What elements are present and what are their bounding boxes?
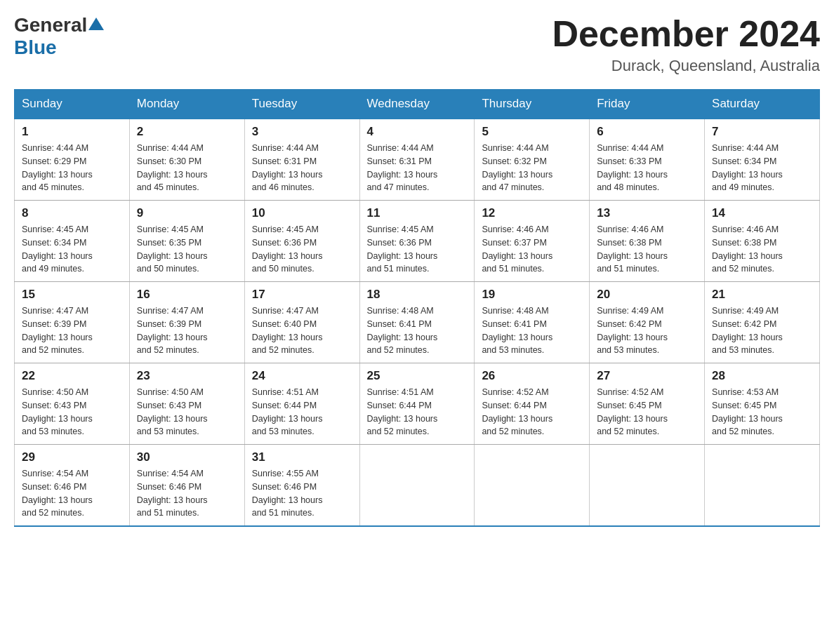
day-cell: [359, 445, 475, 527]
day-cell: [590, 445, 705, 527]
day-cell: 15 Sunrise: 4:47 AMSunset: 6:39 PMDaylig…: [15, 282, 130, 363]
day-cell: 11 Sunrise: 4:45 AMSunset: 6:36 PMDaylig…: [359, 201, 475, 282]
week-row-2: 8 Sunrise: 4:45 AMSunset: 6:34 PMDayligh…: [15, 201, 820, 282]
day-info: Sunrise: 4:44 AMSunset: 6:30 PMDaylight:…: [137, 143, 208, 192]
day-cell: 26 Sunrise: 4:52 AMSunset: 6:44 PMDaylig…: [475, 363, 590, 445]
week-row-4: 22 Sunrise: 4:50 AMSunset: 6:43 PMDaylig…: [15, 363, 820, 445]
day-number: 21: [712, 288, 812, 302]
day-info: Sunrise: 4:45 AMSunset: 6:36 PMDaylight:…: [367, 224, 438, 274]
day-number: 12: [482, 206, 582, 220]
title-area: December 2024 Durack, Queensland, Austra…: [552, 14, 820, 75]
day-cell: 17 Sunrise: 4:47 AMSunset: 6:40 PMDaylig…: [244, 282, 359, 363]
day-number: 22: [22, 369, 122, 383]
day-info: Sunrise: 4:50 AMSunset: 6:43 PMDaylight:…: [137, 387, 208, 436]
day-number: 19: [482, 288, 582, 302]
day-cell: 6 Sunrise: 4:44 AMSunset: 6:33 PMDayligh…: [590, 119, 705, 201]
day-number: 30: [137, 450, 237, 464]
day-number: 4: [367, 125, 468, 139]
day-number: 26: [482, 369, 582, 383]
day-cell: 4 Sunrise: 4:44 AMSunset: 6:31 PMDayligh…: [359, 119, 475, 201]
day-cell: 9 Sunrise: 4:45 AMSunset: 6:35 PMDayligh…: [129, 201, 244, 282]
day-info: Sunrise: 4:44 AMSunset: 6:29 PMDaylight:…: [22, 143, 93, 192]
day-cell: 24 Sunrise: 4:51 AMSunset: 6:44 PMDaylig…: [244, 363, 359, 445]
day-number: 24: [252, 369, 352, 383]
day-cell: 3 Sunrise: 4:44 AMSunset: 6:31 PMDayligh…: [244, 119, 359, 201]
day-info: Sunrise: 4:44 AMSunset: 6:31 PMDaylight:…: [367, 143, 438, 192]
logo-general: General: [14, 14, 87, 36]
day-cell: 20 Sunrise: 4:49 AMSunset: 6:42 PMDaylig…: [590, 282, 705, 363]
svg-marker-0: [88, 18, 104, 30]
day-info: Sunrise: 4:47 AMSunset: 6:39 PMDaylight:…: [137, 306, 208, 355]
day-number: 28: [712, 369, 812, 383]
logo: General Blue: [14, 14, 104, 59]
day-cell: 30 Sunrise: 4:54 AMSunset: 6:46 PMDaylig…: [129, 445, 244, 527]
calendar-table: SundayMondayTuesdayWednesdayThursdayFrid…: [14, 89, 820, 527]
day-number: 13: [597, 206, 697, 220]
week-row-1: 1 Sunrise: 4:44 AMSunset: 6:29 PMDayligh…: [15, 119, 820, 201]
header-friday: Friday: [590, 90, 705, 119]
day-info: Sunrise: 4:44 AMSunset: 6:33 PMDaylight:…: [597, 143, 668, 192]
day-number: 23: [137, 369, 237, 383]
logo-blue: Blue: [14, 36, 57, 58]
day-number: 6: [597, 125, 697, 139]
day-info: Sunrise: 4:51 AMSunset: 6:44 PMDaylight:…: [367, 387, 438, 436]
day-info: Sunrise: 4:45 AMSunset: 6:34 PMDaylight:…: [22, 224, 93, 274]
day-cell: 16 Sunrise: 4:47 AMSunset: 6:39 PMDaylig…: [129, 282, 244, 363]
day-info: Sunrise: 4:54 AMSunset: 6:46 PMDaylight:…: [22, 469, 93, 518]
day-info: Sunrise: 4:47 AMSunset: 6:39 PMDaylight:…: [22, 306, 93, 355]
day-info: Sunrise: 4:46 AMSunset: 6:38 PMDaylight:…: [712, 224, 783, 274]
day-number: 11: [367, 206, 468, 220]
logo-triangle-icon: [88, 16, 104, 34]
day-info: Sunrise: 4:50 AMSunset: 6:43 PMDaylight:…: [22, 387, 93, 436]
header-tuesday: Tuesday: [244, 90, 359, 119]
day-cell: 18 Sunrise: 4:48 AMSunset: 6:41 PMDaylig…: [359, 282, 475, 363]
day-cell: 27 Sunrise: 4:52 AMSunset: 6:45 PMDaylig…: [590, 363, 705, 445]
day-info: Sunrise: 4:46 AMSunset: 6:37 PMDaylight:…: [482, 224, 552, 274]
calendar-header-row: SundayMondayTuesdayWednesdayThursdayFrid…: [15, 90, 820, 119]
day-number: 3: [252, 125, 352, 139]
day-cell: 23 Sunrise: 4:50 AMSunset: 6:43 PMDaylig…: [129, 363, 244, 445]
day-number: 5: [482, 125, 582, 139]
month-title: December 2024: [552, 14, 820, 54]
day-info: Sunrise: 4:45 AMSunset: 6:35 PMDaylight:…: [137, 224, 208, 274]
day-info: Sunrise: 4:49 AMSunset: 6:42 PMDaylight:…: [597, 306, 668, 355]
day-cell: 5 Sunrise: 4:44 AMSunset: 6:32 PMDayligh…: [475, 119, 590, 201]
day-number: 16: [137, 288, 237, 302]
day-number: 9: [137, 206, 237, 220]
day-number: 7: [712, 125, 812, 139]
day-number: 31: [252, 450, 352, 464]
day-number: 8: [22, 206, 122, 220]
day-cell: 25 Sunrise: 4:51 AMSunset: 6:44 PMDaylig…: [359, 363, 475, 445]
day-number: 17: [252, 288, 352, 302]
header-thursday: Thursday: [475, 90, 590, 119]
day-info: Sunrise: 4:52 AMSunset: 6:45 PMDaylight:…: [597, 387, 668, 436]
day-number: 25: [367, 369, 468, 383]
header-wednesday: Wednesday: [359, 90, 475, 119]
day-cell: 21 Sunrise: 4:49 AMSunset: 6:42 PMDaylig…: [705, 282, 820, 363]
day-info: Sunrise: 4:45 AMSunset: 6:36 PMDaylight:…: [252, 224, 323, 274]
day-cell: 13 Sunrise: 4:46 AMSunset: 6:38 PMDaylig…: [590, 201, 705, 282]
day-cell: 22 Sunrise: 4:50 AMSunset: 6:43 PMDaylig…: [15, 363, 130, 445]
header-monday: Monday: [129, 90, 244, 119]
day-cell: 7 Sunrise: 4:44 AMSunset: 6:34 PMDayligh…: [705, 119, 820, 201]
day-info: Sunrise: 4:44 AMSunset: 6:34 PMDaylight:…: [712, 143, 783, 192]
day-cell: 8 Sunrise: 4:45 AMSunset: 6:34 PMDayligh…: [15, 201, 130, 282]
day-info: Sunrise: 4:47 AMSunset: 6:40 PMDaylight:…: [252, 306, 323, 355]
day-cell: 12 Sunrise: 4:46 AMSunset: 6:37 PMDaylig…: [475, 201, 590, 282]
location-title: Durack, Queensland, Australia: [552, 57, 820, 75]
day-info: Sunrise: 4:53 AMSunset: 6:45 PMDaylight:…: [712, 387, 783, 436]
day-cell: 28 Sunrise: 4:53 AMSunset: 6:45 PMDaylig…: [705, 363, 820, 445]
day-info: Sunrise: 4:51 AMSunset: 6:44 PMDaylight:…: [252, 387, 323, 436]
day-info: Sunrise: 4:49 AMSunset: 6:42 PMDaylight:…: [712, 306, 783, 355]
day-info: Sunrise: 4:48 AMSunset: 6:41 PMDaylight:…: [367, 306, 438, 355]
week-row-3: 15 Sunrise: 4:47 AMSunset: 6:39 PMDaylig…: [15, 282, 820, 363]
header-sunday: Sunday: [15, 90, 130, 119]
day-number: 10: [252, 206, 352, 220]
day-cell: 14 Sunrise: 4:46 AMSunset: 6:38 PMDaylig…: [705, 201, 820, 282]
day-info: Sunrise: 4:44 AMSunset: 6:31 PMDaylight:…: [252, 143, 323, 192]
day-cell: 31 Sunrise: 4:55 AMSunset: 6:46 PMDaylig…: [244, 445, 359, 527]
day-number: 14: [712, 206, 812, 220]
day-number: 1: [22, 125, 122, 139]
page-header: General Blue December 2024 Durack, Queen…: [14, 14, 820, 75]
day-cell: [475, 445, 590, 527]
